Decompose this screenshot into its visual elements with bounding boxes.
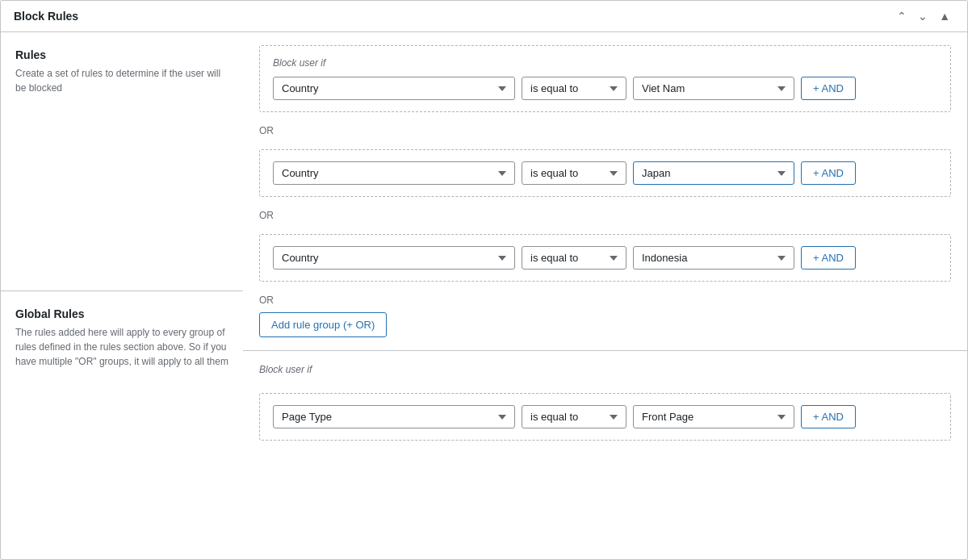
global-operator-select[interactable]: is equal to is not equal to contains [522, 405, 626, 428]
block-rules-panel: Block Rules ⌃ ⌄ ▲ Rules Create a set of … [0, 0, 968, 560]
global-rules-desc: The rules added here will apply to every… [15, 325, 228, 369]
value-select-3[interactable]: Indonesia Viet Nam Japan United States [633, 246, 794, 270]
sidebar-wrapper: Rules Create a set of rules to determine… [1, 32, 243, 549]
rule-row-2: Country Page Type IP Address Browser is … [273, 161, 937, 185]
operator-select-3[interactable]: is equal to is not equal to contains [522, 246, 626, 270]
rules-sidebar: Rules Create a set of rules to determine… [1, 32, 243, 290]
or-separator-2: OR [259, 210, 951, 221]
collapse-up-button[interactable]: ⌃ [893, 9, 911, 23]
value-select-2[interactable]: Japan Viet Nam Indonesia United States [633, 161, 794, 185]
block-user-label-1: Block user if [273, 57, 937, 69]
field-select-1[interactable]: Country Page Type IP Address Browser [273, 77, 515, 100]
rule-row-3: Country Page Type IP Address Browser is … [273, 246, 937, 270]
global-rule-group: Page Type Country IP Address Browser is … [259, 393, 951, 441]
value-select-1[interactable]: Viet Nam Japan Indonesia United States [633, 77, 794, 100]
rules-section-desc: Create a set of rules to determine if th… [15, 66, 228, 95]
global-block-user-label: Block user if [259, 364, 951, 375]
global-and-button[interactable]: + AND [801, 405, 856, 428]
minimize-button[interactable]: ▲ [935, 9, 954, 23]
rule-group-1: Block user if Country Page Type IP Addre… [259, 45, 951, 112]
and-button-2[interactable]: + AND [801, 161, 856, 185]
rule-group-2: Country Page Type IP Address Browser is … [259, 149, 951, 197]
panel-title: Block Rules [14, 10, 78, 23]
global-rules-sidebar: Global Rules The rules added here will a… [1, 291, 243, 550]
rules-main: Block user if Country Page Type IP Addre… [243, 32, 967, 350]
panel-body: Rules Create a set of rules to determine… [1, 32, 967, 549]
main-area: Block user if Country Page Type IP Addre… [243, 32, 967, 549]
or-separator-1: OR [259, 125, 951, 136]
panel-header: Block Rules ⌃ ⌄ ▲ [1, 1, 967, 32]
operator-select-1[interactable]: is equal to is not equal to contains [522, 77, 626, 100]
panel-controls: ⌃ ⌄ ▲ [893, 9, 954, 23]
global-rules-main: Block user if Page Type Country IP Addre… [243, 351, 967, 549]
global-rule-row: Page Type Country IP Address Browser is … [273, 405, 937, 428]
add-rule-section: OR Add rule group (+ OR) [259, 291, 951, 337]
field-select-2[interactable]: Country Page Type IP Address Browser [273, 161, 515, 185]
and-button-1[interactable]: + AND [801, 77, 856, 100]
operator-select-2[interactable]: is equal to is not equal to contains [522, 161, 626, 185]
rule-group-3: Country Page Type IP Address Browser is … [259, 234, 951, 282]
global-field-select[interactable]: Page Type Country IP Address Browser [273, 405, 515, 428]
global-rules-title: Global Rules [15, 307, 228, 320]
or-separator-3: OR [259, 295, 951, 306]
field-select-3[interactable]: Country Page Type IP Address Browser [273, 246, 515, 270]
add-rule-group-button[interactable]: Add rule group (+ OR) [259, 312, 387, 337]
global-value-select[interactable]: Front Page Single Post Category Archive [633, 405, 794, 428]
collapse-down-button[interactable]: ⌄ [914, 9, 932, 23]
rules-section-title: Rules [15, 48, 228, 61]
rule-row-1: Country Page Type IP Address Browser is … [273, 77, 937, 100]
and-button-3[interactable]: + AND [801, 246, 856, 270]
